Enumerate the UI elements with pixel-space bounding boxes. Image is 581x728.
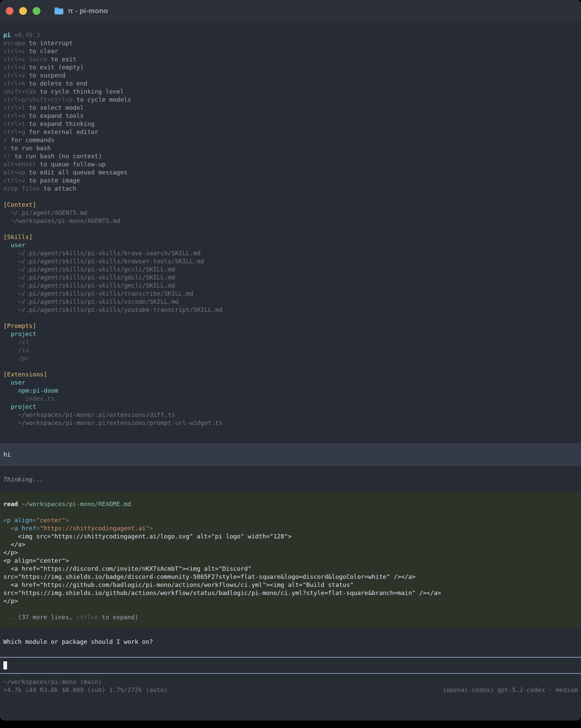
extension-npm-package: npm:pi-doom xyxy=(0,387,581,395)
shortcut-row: ctrl+vto paste image xyxy=(0,177,581,184)
tool-call-header: read~/workspaces/pi-mono/README.md xyxy=(0,500,581,508)
folder-icon xyxy=(54,7,63,15)
extension-path: ~/workspaces/pi-mono/.pi/extensions/prom… xyxy=(0,419,581,427)
extensions-header: [Extensions] xyxy=(0,370,581,379)
shortcut-row: ctrl+p/shift+ctrl+pto cycle models xyxy=(0,96,581,104)
context-path: ~/workspaces/pi-mono/AGENTS.md xyxy=(0,217,581,225)
prompts-header: [Prompts] xyxy=(0,322,581,330)
assistant-message: Which module or package should I work on… xyxy=(0,638,581,646)
shortcut-row: ctrl+cto clear xyxy=(0,47,581,55)
shortcut-row: ctrl+c twiceto exit xyxy=(0,55,581,63)
truncation-notice: ... (37 more lines, ctrl+o to expand) xyxy=(0,613,581,621)
text-cursor xyxy=(3,661,7,669)
thinking-indicator: Thinking... xyxy=(0,475,581,484)
shortcut-row: escapeto interrupt xyxy=(0,39,581,47)
shortcut-row: ctrl+lto select model xyxy=(0,104,581,112)
zoom-button[interactable] xyxy=(33,7,41,15)
user-message: hi xyxy=(0,443,581,466)
shortcut-row: ctrl+kto delete to end xyxy=(0,79,581,87)
skill-path: ~/.pi/agent/skills/pi-skills/browser-too… xyxy=(0,257,581,265)
skill-path: ~/.pi/agent/skills/pi-skills/gmcli/SKILL… xyxy=(0,282,581,290)
tool-arg: ~/workspaces/pi-mono/README.md xyxy=(22,500,131,508)
terminal-content: piv0.49.3 escapeto interrupt ctrl+cto cl… xyxy=(0,22,581,694)
shortcut-row: alt+enterto queue follow-up xyxy=(0,160,581,168)
shortcut-row: ctrl+zto suspend xyxy=(0,71,581,79)
extensions-project-scope: project xyxy=(0,403,581,411)
titlebar: π - pi-mono xyxy=(0,0,581,22)
shortcut-row: ctrl+oto expand tools xyxy=(0,112,581,120)
code-line: src="https://img.shields.io/github/actio… xyxy=(0,589,581,597)
skill-path: ~/.pi/agent/skills/pi-skills/gccli/SKILL… xyxy=(0,265,581,274)
minimize-button[interactable] xyxy=(19,7,27,15)
prompt-input[interactable] xyxy=(0,657,581,674)
prompts-scope: project xyxy=(0,330,581,338)
shortcut-row: !!to run bash (no context) xyxy=(0,152,581,160)
skill-path: ~/.pi/agent/skills/pi-skills/brave-searc… xyxy=(0,249,581,257)
code-line: <a href="https://discord.com/invite/nKXT… xyxy=(0,565,581,573)
skills-header: [Skills] xyxy=(0,233,581,241)
shortcut-row: drop filesto attach xyxy=(0,184,581,192)
code-line: src="https://img.shields.io/badge/discor… xyxy=(0,573,581,581)
tool-call-block: read~/workspaces/pi-mono/README.md <p al… xyxy=(0,492,581,628)
window-title: π - pi-mono xyxy=(68,7,108,15)
code-line: <a href="https://shittycodingagent.ai"> xyxy=(0,524,581,532)
skill-path: ~/.pi/agent/skills/pi-skills/transcribe/… xyxy=(0,290,581,298)
app-version: v0.49.3 xyxy=(15,31,40,38)
shortcut-row: !to run bash xyxy=(0,144,581,152)
model-indicator: (openai-codex) gpt-5.2-codex · medium xyxy=(443,686,578,694)
shortcut-row: alt+upto edit all queued messages xyxy=(0,168,581,177)
code-line: <p align="center"> xyxy=(0,556,581,565)
shortcut-row: ctrl+tto expand thinking xyxy=(0,120,581,128)
code-line: <p align="center"> xyxy=(0,516,581,524)
extension-npm-entry: index.ts xyxy=(0,395,581,403)
extensions-user-scope: user xyxy=(0,379,581,387)
skill-path: ~/.pi/agent/skills/pi-skills/youtube-tra… xyxy=(0,306,581,314)
context-header: [Context] xyxy=(0,201,581,209)
prompt-command: /is xyxy=(0,346,581,354)
code-line: <img src="https://shittycodingagent.ai/l… xyxy=(0,532,581,541)
status-bar: ~/workspaces/pi-mono (main) ↑4.7k ↓44 R3… xyxy=(0,678,581,694)
code-line: </p> xyxy=(0,597,581,605)
shortcut-row: /for commands xyxy=(0,136,581,144)
close-button[interactable] xyxy=(6,7,14,15)
token-stats: ↑4.7k ↓44 R3.8k $0.009 (sub) 1.7%/272k (… xyxy=(3,686,168,694)
prompt-command: /cl xyxy=(0,338,581,346)
terminal-window: π - pi-mono piv0.49.3 escapeto interrupt… xyxy=(0,0,581,721)
extension-path: ~/workspaces/pi-mono/.pi/extensions/diff… xyxy=(0,411,581,419)
code-line: <a href="https://github.com/badlogic/pi-… xyxy=(0,581,581,589)
context-path: ~/.pi/agent/AGENTS.md xyxy=(0,209,581,217)
code-line: </p> xyxy=(0,548,581,556)
shortcut-row: shift+tabto cycle thinking level xyxy=(0,87,581,96)
skills-scope: user xyxy=(0,241,581,249)
app-name: pi xyxy=(3,31,11,38)
skill-path: ~/.pi/agent/skills/pi-skills/vscode/SKIL… xyxy=(0,298,581,306)
cwd-branch: ~/workspaces/pi-mono (main) xyxy=(3,678,102,686)
tool-name: read xyxy=(3,500,18,508)
version-line: piv0.49.3 xyxy=(0,31,581,39)
shortcut-row: ctrl+gfor external editor xyxy=(0,128,581,136)
shortcut-row: ctrl+dto exit (empty) xyxy=(0,63,581,71)
code-line: </a> xyxy=(0,541,581,548)
skill-path: ~/.pi/agent/skills/pi-skills/gdcli/SKILL… xyxy=(0,274,581,282)
prompt-command: /pr xyxy=(0,354,581,362)
